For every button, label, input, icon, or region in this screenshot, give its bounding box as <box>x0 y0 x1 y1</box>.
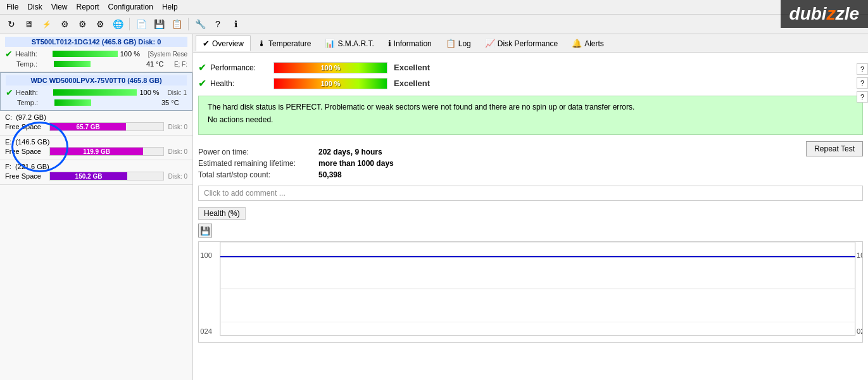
tab-log[interactable]: 📋 Log <box>439 35 478 51</box>
remaining-value: more than 1000 days <box>318 159 394 168</box>
volume-f-section: F: (221.6 GB) Free Space 150.2 GB Disk: … <box>0 160 192 185</box>
volume-e-bar-fill: 119.9 GB <box>50 148 143 155</box>
disk1-health-check-icon: ✔ <box>5 49 13 59</box>
toolbar-help[interactable]: ? <box>210 16 225 32</box>
toolbar-refresh[interactable]: ↻ <box>4 16 19 32</box>
disk1-item[interactable]: ST500LT012-1DG142 (465.8 GB) Disk: 0 ✔ H… <box>0 34 192 72</box>
volume-f-bar: 150.2 GB <box>49 172 164 180</box>
repeat-test-button[interactable]: Repeat Test <box>806 141 863 156</box>
tab-bar: ✔ Overview 🌡 Temperature 📊 S.M.A.R.T. ℹ … <box>193 34 868 53</box>
disk2-health-row: ✔ Health: 100 % Disk: 1 <box>6 87 187 98</box>
disk2-item[interactable]: WDC WD5000LPVX-75V0TT0 (465.8 GB) ✔ Heal… <box>0 72 192 111</box>
disk2-health-value: 100 % <box>139 89 165 96</box>
disk-performance-tab-icon: 📈 <box>485 39 495 48</box>
volume-e-title: E: (146.5 GB) <box>5 138 187 146</box>
information-tab-icon: ℹ <box>388 39 391 48</box>
content-area: ✔ Performance: 100 % Excellent ✔ Health:… <box>193 53 868 380</box>
disk1-temp-bar-fill <box>54 61 91 67</box>
status-message-line2: No actions needed. <box>208 115 853 124</box>
disk2-temp-value: 35 °C <box>161 99 187 106</box>
health-bar: 100 % <box>274 78 387 89</box>
toolbar-clipboard[interactable]: 📋 <box>169 16 184 32</box>
save-chart-button[interactable]: 💾 <box>198 224 212 238</box>
toolbar-report[interactable]: 📄 <box>134 16 149 32</box>
separator-2 <box>188 18 189 30</box>
disk1-temp-bar <box>54 61 144 67</box>
tab-alerts[interactable]: 🔔 Alerts <box>565 35 611 51</box>
menu-file[interactable]: File <box>3 1 22 13</box>
smart-tab-icon: 📊 <box>325 39 335 48</box>
toolbar-save[interactable]: 💾 <box>151 16 167 32</box>
svg-text:024: 024 <box>200 328 212 336</box>
health-label: Health: <box>210 79 274 88</box>
toolbar-wrench[interactable]: 🔧 <box>192 16 208 32</box>
dubizzle-logo: dubizzle <box>781 0 868 28</box>
volume-c-label: Free Space <box>5 123 49 130</box>
volume-f-label: Free Space <box>5 172 49 180</box>
power-on-value: 202 days, 9 hours <box>318 148 394 156</box>
toolbar-smart3[interactable]: ⚙ <box>92 16 108 32</box>
menu-report[interactable]: Report <box>72 1 103 13</box>
volume-c-title: C: (97.2 GB) <box>5 113 187 121</box>
edge-help-btn-2[interactable]: ? <box>857 77 868 89</box>
disk1-health-bar <box>53 51 118 57</box>
disk1-temp-row: Temp.: 41 °C E; F: <box>5 60 187 68</box>
toolbar-disk1[interactable]: 🖥 <box>22 16 37 32</box>
disk2-temp-bar-fill <box>54 99 91 106</box>
volume-f-bar-fill: 150.2 GB <box>50 172 127 180</box>
health-chart-svg: 100 024 100 024 <box>199 242 862 342</box>
volume-e-row: Free Space 119.9 GB Disk: 0 <box>5 147 187 156</box>
main-container: ST500LT012-1DG142 (465.8 GB) Disk: 0 ✔ H… <box>0 34 868 380</box>
tab-information[interactable]: ℹ Information <box>381 35 439 51</box>
volume-e-bar: 119.9 GB <box>49 147 164 156</box>
disk2-temp-row: Temp.: 35 °C <box>6 99 187 106</box>
health-row: ✔ Health: 100 % Excellent <box>198 77 863 89</box>
info-grid: Power on time: 202 days, 9 hours Estimat… <box>198 148 394 179</box>
disk1-title: ST500LT012-1DG142 (465.8 GB) Disk: 0 <box>5 37 187 47</box>
overview-tab-icon: ✔ <box>203 39 210 48</box>
tab-temperature[interactable]: 🌡 Temperature <box>251 35 318 51</box>
edge-help-btn-1[interactable]: ? <box>857 63 868 75</box>
tab-smart[interactable]: 📊 S.M.A.R.T. <box>318 35 381 51</box>
tab-information-label: Information <box>394 39 432 48</box>
volume-e-extra: Disk: 0 <box>168 148 187 155</box>
tab-disk-performance[interactable]: 📈 Disk Performance <box>478 35 565 51</box>
volume-e-section: E: (146.5 GB) Free Space 119.9 GB Disk: … <box>0 136 192 160</box>
disk2-health-extra: Disk: 1 <box>167 89 187 96</box>
logo-dot: z <box>827 4 836 23</box>
status-message-line1: The hard disk status is PERFECT. Problem… <box>208 103 853 111</box>
menu-configuration[interactable]: Configuration <box>104 1 157 13</box>
disk1-temp-extra: E; F: <box>174 61 187 68</box>
svg-text:024: 024 <box>857 328 862 336</box>
tab-log-label: Log <box>458 39 471 48</box>
performance-row: ✔ Performance: 100 % Excellent <box>198 61 863 73</box>
disk2-health-bar <box>53 89 137 96</box>
disk1-temp-value: 41 °C <box>146 60 172 68</box>
tab-overview[interactable]: ✔ Overview <box>196 35 251 51</box>
toolbar-smart1[interactable]: ⚙ <box>57 16 72 32</box>
disk1-temp-label: Temp.: <box>16 60 51 68</box>
startstop-label: Total start/stop count: <box>198 170 312 179</box>
log-tab-icon: 📋 <box>446 39 456 48</box>
volume-f-title: F: (221.6 GB) <box>5 163 187 170</box>
disk2-health-check-icon: ✔ <box>6 87 13 98</box>
edge-help-btn-3[interactable]: ? <box>857 91 868 103</box>
health-rating: Excellent <box>394 79 430 88</box>
power-on-label: Power on time: <box>198 148 312 156</box>
toolbar-info[interactable]: ℹ <box>228 16 243 32</box>
toolbar-disk2[interactable]: ⚡ <box>39 16 54 32</box>
disk2-temp-bar <box>54 99 159 106</box>
toolbar-globe[interactable]: 🌐 <box>110 16 125 32</box>
menu-view[interactable]: View <box>47 1 72 13</box>
performance-bar-fill: 100 % <box>274 63 387 73</box>
disk1-health-value: 100 % <box>120 50 146 58</box>
menu-disk[interactable]: Disk <box>23 1 46 13</box>
performance-rating: Excellent <box>394 63 430 72</box>
comment-box[interactable]: Click to add comment ... <box>198 186 863 201</box>
toolbar-smart2[interactable]: ⚙ <box>75 16 90 32</box>
performance-check-icon: ✔ <box>198 61 206 73</box>
volume-c-extra: Disk: 0 <box>168 124 187 130</box>
right-panel: ✔ Overview 🌡 Temperature 📊 S.M.A.R.T. ℹ … <box>193 34 868 380</box>
menu-help[interactable]: Help <box>158 1 182 13</box>
disk1-health-extra: [System Rese <box>148 51 187 58</box>
